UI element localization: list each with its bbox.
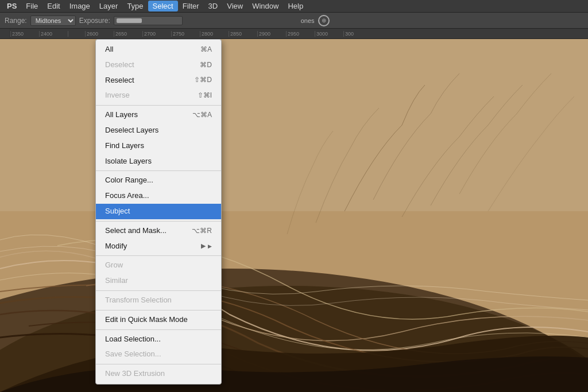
menu-all-layers[interactable]: All Layers ⌥⌘A <box>96 107 221 123</box>
ruler-mark: 3000 <box>315 31 343 37</box>
separator-6 <box>96 310 221 311</box>
ruler-corner <box>0 29 10 39</box>
separator-4 <box>96 255 221 256</box>
ruler-mark: 2950 <box>286 31 315 37</box>
menu-3d[interactable]: 3D <box>204 1 223 11</box>
ruler-mark: 2650 <box>114 31 142 37</box>
menu-focus-area[interactable]: Focus Area... <box>96 188 221 204</box>
menu-all-layers-shortcut: ⌥⌘A <box>192 110 212 121</box>
menu-focus-area-label: Focus Area... <box>105 190 212 202</box>
ruler-mark: 2400 <box>39 31 68 37</box>
menu-quick-mask[interactable]: Edit in Quick Mask Mode <box>96 312 221 328</box>
menu-find-layers[interactable]: Find Layers <box>96 138 221 154</box>
menu-inverse-shortcut: ⇧⌘I <box>198 90 212 101</box>
separator-5 <box>96 290 221 291</box>
menu-deselect-layers[interactable]: Deselect Layers <box>96 123 221 138</box>
menu-all[interactable]: All ⌘A <box>96 42 221 57</box>
menu-all-label: All <box>105 44 189 56</box>
toolbar: Range: Midtones Shadows Highlights Expos… <box>0 13 588 29</box>
menu-image[interactable]: Image <box>65 1 95 11</box>
menu-help[interactable]: Help <box>283 1 308 11</box>
menu-layer[interactable]: Layer <box>95 1 123 11</box>
menubar: PS File Edit Image Layer Type Select Fil… <box>0 0 588 13</box>
menu-modify-label: Modify <box>105 240 201 253</box>
separator-8 <box>96 364 221 364</box>
menu-grow-label: Grow <box>105 259 212 271</box>
menu-quick-mask-label: Edit in Quick Mask Mode <box>105 314 212 326</box>
menu-edit[interactable]: Edit <box>42 1 64 11</box>
menu-load-selection[interactable]: Load Selection... <box>96 332 221 347</box>
separator-1 <box>96 105 221 106</box>
menu-new-3d-label: New 3D Extrusion <box>105 368 212 380</box>
menu-deselect[interactable]: Deselect ⌘D <box>96 57 221 73</box>
menu-save-selection[interactable]: Save Selection... <box>96 347 221 362</box>
range-select[interactable]: Midtones Shadows Highlights <box>30 15 76 26</box>
menu-all-shortcut: ⌘A <box>200 44 212 55</box>
menu-isolate-layers[interactable]: Isolate Layers <box>96 154 221 169</box>
menu-color-range[interactable]: Color Range... <box>96 173 221 188</box>
separator-2 <box>96 170 221 171</box>
menu-window[interactable]: Window <box>247 1 283 11</box>
ruler-mark: 2700 <box>142 31 171 37</box>
separator-3 <box>96 221 221 222</box>
target-icon[interactable]: ⊕ <box>318 15 330 26</box>
menu-select-mask[interactable]: Select and Mask... ⌥⌘R <box>96 223 221 239</box>
menu-deselect-label: Deselect <box>105 59 188 71</box>
menu-reselect[interactable]: Reselect ⇧⌘D <box>96 73 221 88</box>
submenu-arrow: ▶ <box>201 241 206 251</box>
ruler-mark: 2800 <box>200 31 229 37</box>
ruler-mark: 2900 <box>257 31 286 37</box>
menu-load-selection-label: Load Selection... <box>105 333 212 346</box>
menu-type[interactable]: Type <box>122 1 148 11</box>
menu-deselect-shortcut: ⌘D <box>200 60 212 71</box>
ruler-mark: 300 <box>343 31 372 37</box>
menu-new-3d[interactable]: New 3D Extrusion <box>96 366 221 382</box>
menu-save-selection-label: Save Selection... <box>105 348 212 360</box>
menu-find-layers-label: Find Layers <box>105 140 212 152</box>
menu-transform-selection-label: Transform Selection <box>105 294 212 306</box>
hair-strands <box>0 39 588 392</box>
menu-select[interactable]: Select <box>148 1 178 11</box>
menu-subject-label: Subject <box>105 205 212 218</box>
menu-similar-label: Similar <box>105 275 212 287</box>
menu-deselect-layers-label: Deselect Layers <box>105 125 212 137</box>
svg-rect-1 <box>0 39 588 211</box>
range-label: Range: <box>5 17 27 25</box>
ruler: 2350 2400 2600 2650 2700 2750 2800 2850 … <box>0 29 588 39</box>
menu-select-mask-shortcut: ⌥⌘R <box>192 226 212 236</box>
menu-view[interactable]: View <box>222 1 247 11</box>
menu-transform-selection[interactable]: Transform Selection <box>96 293 221 308</box>
canvas-area[interactable]: All ⌘A Deselect ⌘D Reselect ⇧⌘D Inverse … <box>0 39 588 392</box>
menu-inverse-label: Inverse <box>105 90 186 102</box>
ruler-mark: 2850 <box>229 31 257 37</box>
menu-grow[interactable]: Grow <box>96 258 221 273</box>
menu-ps[interactable]: PS <box>2 1 21 11</box>
menu-color-range-label: Color Range... <box>105 174 212 187</box>
menu-all-layers-label: All Layers <box>105 109 181 121</box>
menu-modify[interactable]: Modify ▶ <box>96 239 221 254</box>
separator-7 <box>96 329 221 330</box>
ruler-mark: 2750 <box>171 31 200 37</box>
menu-subject[interactable]: Subject <box>96 204 221 219</box>
menu-select-mask-label: Select and Mask... <box>105 225 180 237</box>
select-menu: All ⌘A Deselect ⌘D Reselect ⇧⌘D Inverse … <box>95 39 222 385</box>
menu-filter[interactable]: Filter <box>178 1 204 11</box>
menu-isolate-layers-label: Isolate Layers <box>105 156 212 168</box>
exposure-label: Exposure: <box>79 17 110 25</box>
tones-label: ones <box>301 17 315 24</box>
ruler-mark <box>68 31 85 37</box>
menu-similar[interactable]: Similar <box>96 273 221 289</box>
menu-reselect-shortcut: ⇧⌘D <box>194 75 212 86</box>
ruler-marks: 2350 2400 2600 2650 2700 2750 2800 2850 … <box>10 31 372 37</box>
menu-file[interactable]: File <box>21 1 42 11</box>
menu-reselect-label: Reselect <box>105 75 183 87</box>
menu-inverse[interactable]: Inverse ⇧⌘I <box>96 88 221 103</box>
ruler-mark: 2350 <box>10 31 39 37</box>
ruler-mark: 2600 <box>85 31 114 37</box>
